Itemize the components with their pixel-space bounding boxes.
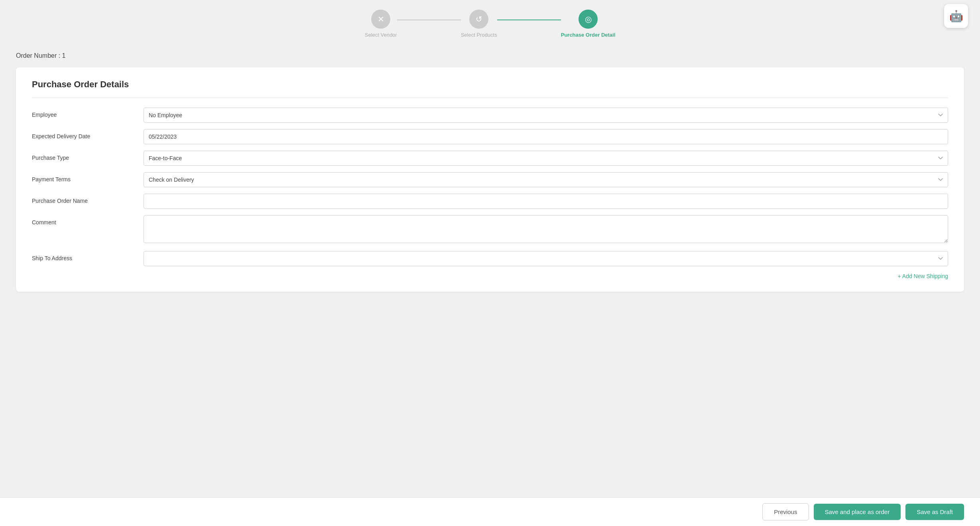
- step-icon-select-products: ↺: [476, 14, 482, 24]
- step-line-1: [397, 20, 461, 20]
- expected-delivery-date-control: [144, 129, 948, 144]
- step-icon-select-vendor: ✕: [378, 14, 384, 24]
- footer-bar: Previous Save and place as order Save as…: [0, 497, 980, 526]
- expected-delivery-date-row: Expected Delivery Date: [32, 129, 948, 144]
- purchase-type-select[interactable]: Face-to-Face Online Phone: [144, 151, 948, 166]
- robot-avatar: 🤖: [944, 4, 968, 28]
- add-new-shipping-link[interactable]: + Add New Shipping: [898, 273, 948, 279]
- save-as-draft-button[interactable]: Save as Draft: [905, 504, 964, 520]
- comment-row: Comment: [32, 215, 948, 245]
- comment-control: [144, 215, 948, 245]
- employee-select[interactable]: No Employee: [144, 108, 948, 123]
- form-divider: [32, 98, 948, 98]
- form-card: Purchase Order Details Employee No Emplo…: [16, 67, 964, 292]
- ship-to-address-row: Ship To Address: [32, 251, 948, 266]
- employee-row: Employee No Employee: [32, 108, 948, 123]
- payment-terms-select[interactable]: Check on Delivery Net 30 Net 60 Prepaid: [144, 172, 948, 187]
- purchase-type-control: Face-to-Face Online Phone: [144, 151, 948, 166]
- payment-terms-row: Payment Terms Check on Delivery Net 30 N…: [32, 172, 948, 187]
- order-number: Order Number : 1: [16, 52, 964, 59]
- main-content: Order Number : 1 Purchase Order Details …: [0, 44, 980, 526]
- page-wrapper: ✕ Select Vendor ↺ Select Products ◎ Purc…: [0, 0, 980, 526]
- save-and-place-order-button[interactable]: Save and place as order: [814, 504, 901, 520]
- step-circle-purchase-order-detail: ◎: [579, 10, 598, 29]
- step-icon-purchase-order-detail: ◎: [585, 14, 592, 24]
- stepper-header: ✕ Select Vendor ↺ Select Products ◎ Purc…: [0, 0, 980, 44]
- purchase-order-name-label: Purchase Order Name: [32, 194, 136, 204]
- purchase-order-name-input[interactable]: [144, 194, 948, 209]
- step-label-select-products: Select Products: [461, 32, 497, 38]
- form-title: Purchase Order Details: [32, 79, 948, 90]
- ship-to-address-select[interactable]: [144, 251, 948, 266]
- comment-label: Comment: [32, 215, 136, 226]
- step-select-vendor: ✕ Select Vendor: [365, 10, 397, 38]
- expected-delivery-date-input[interactable]: [144, 129, 948, 144]
- comment-textarea[interactable]: [144, 215, 948, 243]
- step-circle-select-products: ↺: [469, 10, 488, 29]
- step-label-purchase-order-detail: Purchase Order Detail: [561, 32, 616, 38]
- step-line-2: [497, 20, 561, 20]
- payment-terms-label: Payment Terms: [32, 172, 136, 183]
- purchase-type-label: Purchase Type: [32, 151, 136, 161]
- employee-label: Employee: [32, 108, 136, 118]
- employee-control: No Employee: [144, 108, 948, 123]
- purchase-order-name-control: [144, 194, 948, 209]
- step-label-select-vendor: Select Vendor: [365, 32, 397, 38]
- ship-to-address-control: [144, 251, 948, 266]
- purchase-order-name-row: Purchase Order Name: [32, 194, 948, 209]
- ship-to-address-label: Ship To Address: [32, 251, 136, 261]
- step-purchase-order-detail: ◎ Purchase Order Detail: [561, 10, 616, 38]
- robot-icon: 🤖: [949, 10, 963, 23]
- expected-delivery-date-label: Expected Delivery Date: [32, 129, 136, 139]
- payment-terms-control: Check on Delivery Net 30 Net 60 Prepaid: [144, 172, 948, 187]
- stepper: ✕ Select Vendor ↺ Select Products ◎ Purc…: [365, 10, 616, 38]
- purchase-type-row: Purchase Type Face-to-Face Online Phone: [32, 151, 948, 166]
- previous-button[interactable]: Previous: [762, 503, 809, 520]
- step-select-products: ↺ Select Products: [461, 10, 497, 38]
- step-circle-select-vendor: ✕: [371, 10, 390, 29]
